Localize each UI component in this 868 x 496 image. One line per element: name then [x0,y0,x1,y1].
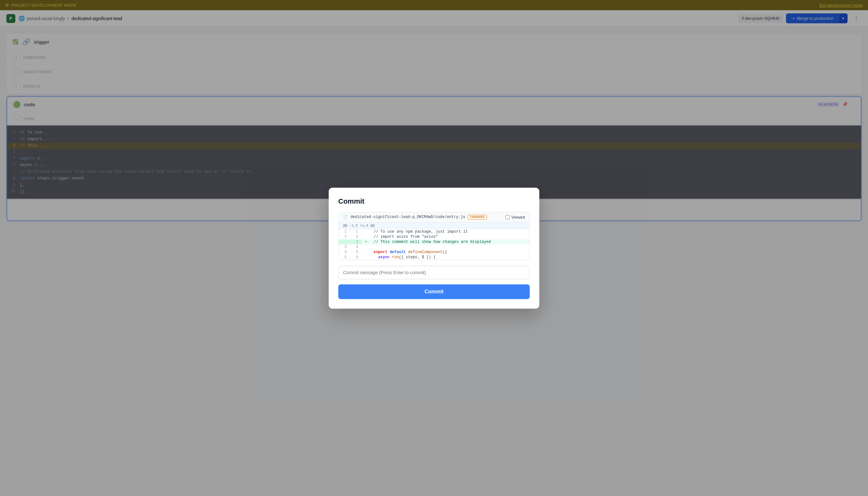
diff-line-1: 1 1 // To use any npm package, just impo… [338,229,530,234]
commit-button[interactable]: Commit [338,284,530,299]
diff-file-header: 📄 dedicated-significant-lead-p_OKCMdwD/c… [338,212,530,222]
diff-line-6: 5 6 async run({ steps, $ }) { [338,255,530,260]
diff-line-4: 3 4 [338,245,530,250]
commit-message-input[interactable] [338,266,530,279]
diff-table: 1 1 // To use any npm package, just impo… [338,229,530,260]
modal-overlay: Commit 📄 dedicated-significant-lead-p_OK… [0,0,868,496]
file-icon: 📄 [343,215,348,220]
diff-hunk-header: @@ -1,5 +1,6 @@ [338,222,530,229]
diff-container: 📄 dedicated-significant-lead-p_OKCMdwD/c… [338,212,530,260]
diff-filename: 📄 dedicated-significant-lead-p_OKCMdwD/c… [343,215,487,220]
commit-modal: Commit 📄 dedicated-significant-lead-p_OK… [329,188,539,309]
diff-line-5: 4 5 export default defineComponent({ [338,250,530,255]
diff-line-3-added: 3 + // This comment will show how change… [338,239,530,245]
viewed-label: Viewed [511,215,525,220]
viewed-checkbox[interactable]: Viewed [505,215,525,220]
changed-badge: CHANGED [468,215,487,220]
modal-title: Commit [338,197,530,205]
viewed-checkbox-input[interactable] [505,215,510,219]
filename-text: dedicated-significant-lead-p_OKCMdwD/cod… [350,215,465,219]
diff-line-2: 2 2 // import axios from "axios" [338,234,530,239]
